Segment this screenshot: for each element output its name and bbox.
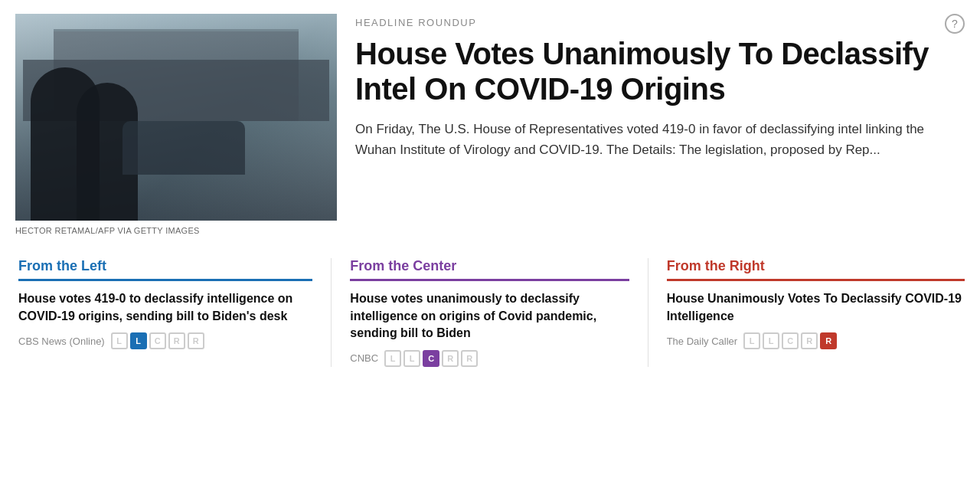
column-right-source-row: The Daily Caller L L C R R	[667, 332, 965, 349]
bias-box-c-l2[interactable]: L	[403, 350, 420, 367]
news-image	[15, 14, 337, 221]
bias-box-r1[interactable]: R	[168, 332, 185, 349]
bias-box-l2[interactable]: L	[130, 332, 147, 349]
bias-box-r-c[interactable]: C	[782, 332, 799, 349]
column-center-source: CNBC	[350, 352, 378, 364]
bias-box-r-r1[interactable]: R	[801, 332, 818, 349]
bias-box-c-l1[interactable]: L	[384, 350, 401, 367]
bias-box-r-r2[interactable]: R	[820, 332, 837, 349]
section-label: HEADLINE ROUNDUP	[355, 17, 965, 28]
image-caption: HECTOR RETAMAL/AFP VIA GETTY IMAGES	[15, 225, 337, 237]
column-right-bias: L L C R R	[743, 332, 837, 349]
column-left-source: CBS News (Online)	[18, 336, 105, 347]
column-center: From the Center House votes unanimously …	[332, 258, 648, 366]
bias-box-r2[interactable]: R	[188, 332, 204, 349]
column-left-heading[interactable]: From the Left	[18, 258, 312, 281]
column-right-heading[interactable]: From the Right	[667, 258, 965, 281]
bias-box-c-r2[interactable]: R	[461, 350, 478, 367]
top-section: HECTOR RETAMAL/AFP VIA GETTY IMAGES ? HE…	[15, 14, 965, 237]
main-headline: House Votes Unanimously To Declassify In…	[355, 36, 965, 106]
column-center-bias: L L C R R	[384, 350, 478, 367]
bias-box-l1[interactable]: L	[111, 332, 128, 349]
bias-box-c[interactable]: C	[149, 332, 166, 349]
column-center-headline[interactable]: House votes unanimously to declassify in…	[350, 290, 629, 342]
column-center-heading[interactable]: From the Center	[350, 258, 629, 281]
column-right-headline[interactable]: House Unanimously Votes To Declassify CO…	[667, 290, 965, 325]
help-icon[interactable]: ?	[945, 14, 965, 34]
page-container: HECTOR RETAMAL/AFP VIA GETTY IMAGES ? HE…	[0, 0, 980, 382]
column-right: From the Right House Unanimously Votes T…	[648, 258, 965, 366]
bias-box-r-l2[interactable]: L	[763, 332, 779, 349]
column-right-source: The Daily Caller	[667, 336, 737, 347]
columns-section: From the Left House votes 419-0 to decla…	[15, 258, 965, 366]
column-left-source-row: CBS News (Online) L L C R R	[18, 332, 312, 349]
column-center-source-row: CNBC L L C R R	[350, 350, 629, 367]
bias-box-r-l1[interactable]: L	[743, 332, 760, 349]
car-silhouette	[122, 121, 245, 175]
top-content: ? HEADLINE ROUNDUP House Votes Unanimous…	[355, 14, 965, 237]
column-left: From the Left House votes 419-0 to decla…	[15, 258, 332, 366]
bias-box-c-c[interactable]: C	[423, 350, 439, 367]
image-wrapper: HECTOR RETAMAL/AFP VIA GETTY IMAGES	[15, 14, 337, 237]
column-left-headline[interactable]: House votes 419-0 to declassify intellig…	[18, 290, 312, 325]
main-summary: On Friday, The U.S. House of Representat…	[355, 119, 965, 160]
column-left-bias: L L C R R	[111, 332, 204, 349]
bias-box-c-r1[interactable]: R	[442, 350, 459, 367]
